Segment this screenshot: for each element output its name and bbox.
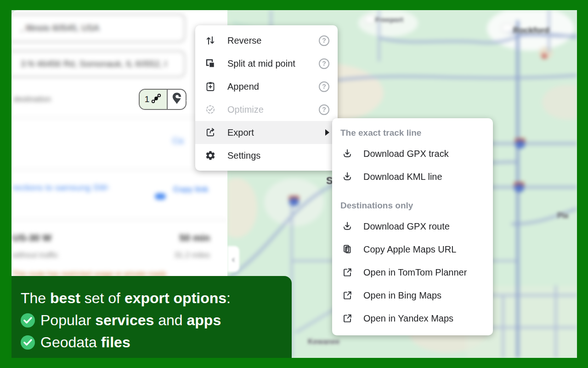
promo-bullet-text: Popular: [40, 312, 95, 329]
submenu-item-label: Download KML line: [363, 172, 442, 182]
map-label-freeport: Freeport: [375, 16, 403, 23]
copy-document-icon: [341, 243, 353, 255]
check-circle-icon: [21, 313, 35, 328]
download-icon: [341, 171, 353, 183]
share-directions-link[interactable]: rections to samsung SW-: [12, 183, 110, 193]
menu-item-append[interactable]: Append ?: [195, 75, 338, 98]
menu-item-split[interactable]: Split at mid point ?: [195, 52, 338, 75]
promo-title: The best set of export options:: [21, 287, 292, 309]
submenu-item-copy-apple-maps-url[interactable]: Copy Apple Maps URL: [332, 238, 493, 261]
swap-vertical-icon: [204, 34, 216, 46]
help-glyph: ?: [322, 106, 326, 113]
submenu-item-label: Open in Bing Maps: [363, 290, 441, 301]
origin-input-text: , Illinois 60545, USA: [21, 23, 99, 33]
menu-item-label: Optimize: [227, 104, 319, 115]
help-glyph: ?: [322, 60, 326, 67]
export-submenu: The exact track line Download GPX track: [332, 118, 493, 335]
menu-item-label: Split at mid point: [227, 58, 319, 69]
map-pin-logo-icon: [171, 92, 182, 107]
menu-item-settings[interactable]: Settings: [195, 144, 338, 167]
route-icon: [151, 93, 162, 106]
promo-bullet-text: and: [154, 312, 187, 329]
promo-bullet-services: Popular services and apps: [21, 309, 292, 331]
export-icon: [204, 126, 216, 138]
route-distance: 31.2 miles: [165, 251, 210, 260]
help-icon[interactable]: ?: [319, 81, 329, 92]
divider: [11, 169, 227, 170]
promo-title-bold: best: [50, 290, 80, 307]
download-icon: [341, 220, 353, 232]
promo-bullet-bold: apps: [187, 312, 221, 329]
append-clipboard-icon: [204, 80, 216, 92]
optimize-timer-icon: [204, 104, 216, 115]
promo-bullet-bold: services: [95, 312, 154, 329]
destination-hint-label: destination: [13, 95, 51, 104]
extension-menu-button[interactable]: [168, 90, 186, 109]
link-icon: [155, 193, 166, 200]
submenu-caret-icon: [325, 129, 329, 136]
submenu-item-download-gpx-route[interactable]: Download GPX route: [332, 215, 493, 238]
download-icon: [341, 148, 353, 160]
submenu-item-open-tomtom-planner[interactable]: Open in TomTom Planner: [332, 261, 493, 284]
split-copy-icon: [204, 58, 216, 69]
menu-item-label: Reverse: [227, 35, 319, 46]
copy-link-button[interactable]: Copy link: [173, 184, 209, 195]
collapse-chevron-icon: ‹: [232, 254, 235, 264]
app-window: Freeport Rockford Kewanee S Pla ‹ , Illi…: [11, 10, 577, 358]
promo-title-text: The: [21, 290, 50, 307]
waypoint-count: 1: [145, 94, 150, 104]
menu-item-label: Append: [227, 81, 319, 92]
submenu-item-download-gpx-track[interactable]: Download GPX track: [332, 142, 493, 165]
divider: [11, 219, 227, 220]
submenu-item-label: Copy Apple Maps URL: [363, 244, 456, 255]
open-external-icon: [341, 266, 353, 278]
check-circle-icon: [21, 335, 35, 350]
submenu-item-label: Open in Yandex Maps: [363, 313, 453, 324]
help-glyph: ?: [322, 83, 326, 90]
help-icon[interactable]: ?: [319, 58, 329, 69]
submenu-item-label: Download GPX route: [363, 221, 450, 232]
route-traffic-note: without traffic: [12, 251, 58, 260]
open-external-icon: [341, 289, 353, 301]
route-duration: 50 min: [168, 232, 210, 243]
submenu-item-open-yandex-maps[interactable]: Open in Yandex Maps: [332, 307, 493, 330]
submenu-section-header: Destinations only: [332, 196, 493, 215]
help-glyph: ?: [322, 37, 326, 44]
destination-input[interactable]: 3 N 46456 Rd, Somonauk, IL 60552, I: [11, 51, 185, 77]
map-label-rockford: Rockford: [513, 26, 549, 35]
menu-item-export[interactable]: Export: [195, 121, 338, 144]
open-external-icon: [341, 312, 353, 324]
promo-banner: The best set of export options: Popular …: [11, 276, 292, 358]
promo-title-bold: export options: [124, 290, 226, 307]
menu-item-label: Settings: [227, 150, 329, 161]
submenu-item-label: Open in TomTom Planner: [363, 267, 467, 278]
destination-input-text: 3 N 46456 Rd, Somonauk, IL 60552, I: [21, 59, 167, 69]
promo-bullet-bold: files: [101, 334, 130, 351]
gear-icon: [204, 150, 216, 161]
promo-bullet-text: Geodata: [40, 334, 101, 351]
panel-collapse-button[interactable]: ‹: [227, 246, 239, 272]
route-name: US-30 W: [12, 232, 51, 243]
submenu-item-download-kml-line[interactable]: Download KML line: [332, 165, 493, 188]
help-icon[interactable]: ?: [319, 35, 329, 46]
help-icon[interactable]: ?: [319, 104, 329, 115]
submenu-section-gap: [332, 188, 493, 196]
context-menu: Reverse ? Split at mid point ?: [195, 25, 338, 171]
menu-item-label: Export: [227, 127, 325, 138]
map-label-kewanee: Kewanee: [308, 338, 339, 346]
map-label-partial-plano: Pla: [557, 212, 568, 220]
promo-title-text: :: [226, 290, 231, 307]
submenu-item-open-bing-maps[interactable]: Open in Bing Maps: [332, 284, 493, 307]
cancel-link[interactable]: Ca: [172, 136, 183, 146]
promo-bullet-geodata: Geodata files: [21, 331, 292, 353]
promo-title-text: set of: [80, 290, 124, 307]
submenu-item-label: Download GPX track: [363, 149, 449, 159]
menu-pointer-arrow: [186, 92, 196, 109]
origin-input[interactable]: , Illinois 60545, USA: [11, 14, 185, 42]
waypoint-widget[interactable]: 1: [139, 89, 187, 110]
menu-item-reverse[interactable]: Reverse ?: [195, 29, 338, 52]
promo-frame: Freeport Rockford Kewanee S Pla ‹ , Illi…: [0, 0, 588, 368]
submenu-section-header: The exact track line: [332, 124, 493, 142]
waypoint-count-button[interactable]: 1: [140, 90, 168, 109]
menu-item-optimize[interactable]: Optimize ?: [195, 98, 338, 121]
